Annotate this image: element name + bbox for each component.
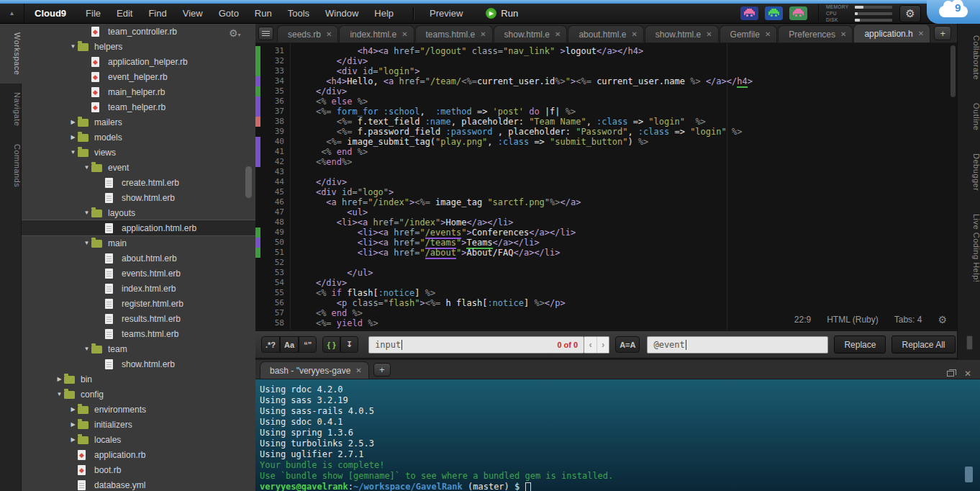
case-sensitive-button[interactable]: Aa	[280, 336, 299, 353]
tree-item-boot-rb[interactable]: boot.rb	[22, 462, 255, 477]
replace-all-button[interactable]: Replace All	[891, 335, 955, 353]
tree-item-application-html-erb[interactable]: application.html.erb	[22, 220, 255, 235]
tab-Gemfile[interactable]: Gemfile✕	[720, 25, 778, 42]
code-line[interactable]: 52	[255, 258, 753, 268]
code-line[interactable]: 51 <li><a href="/about">About/FAQ</a></l…	[255, 248, 753, 258]
code-line[interactable]: 40 <%= image_submit_tag("play.png", :cla…	[255, 137, 753, 147]
tab-show-html-e[interactable]: show.html.e✕	[494, 25, 568, 42]
tree-item-show-html-erb[interactable]: show.html.erb	[22, 356, 255, 371]
replace-input[interactable]: @event	[647, 336, 828, 353]
chevron-right-icon[interactable]: ▶	[55, 376, 64, 382]
tree-item-database-yml[interactable]: database.yml	[22, 477, 255, 491]
rail-item-commands[interactable]: Commands	[0, 135, 22, 196]
code-line[interactable]: 38 <%= f.text_field :name, placeholder: …	[255, 117, 753, 127]
close-icon[interactable]: ✕	[706, 30, 712, 38]
tree-item-register-html-erb[interactable]: register.html.erb	[22, 296, 255, 311]
close-icon[interactable]: ✕	[326, 30, 332, 38]
rail-item-outline[interactable]: Outline	[958, 91, 980, 142]
close-icon[interactable]: ✕	[765, 30, 771, 38]
cloud9-logo[interactable]: 9	[927, 0, 980, 24]
code-line[interactable]: 53 </ul>	[255, 268, 753, 278]
tree-item-application-helper-rb[interactable]: application_helper.rb	[22, 54, 255, 69]
cursor-position[interactable]: 22:9	[794, 315, 811, 325]
code-editor[interactable]: 31 <h4><a href="/logout" class="nav_link…	[255, 43, 957, 330]
tree-scrollbar[interactable]	[245, 166, 252, 198]
chevron-down-icon[interactable]: ▼	[55, 391, 64, 397]
menu-run[interactable]: Run	[247, 8, 280, 19]
close-icon[interactable]: ✕	[918, 30, 924, 37]
close-icon[interactable]: ✕	[401, 30, 407, 38]
replace-button[interactable]: Replace	[834, 335, 886, 353]
menu-file[interactable]: File	[78, 8, 109, 19]
menu-view[interactable]: View	[175, 8, 211, 19]
tree-item-helpers[interactable]: ▼helpers	[22, 39, 255, 54]
tree-item-show-html-erb[interactable]: show.html.erb	[22, 190, 255, 205]
tree-item-views[interactable]: ▼views	[22, 145, 255, 160]
menu-edit[interactable]: Edit	[109, 8, 140, 19]
tree-item-team[interactable]: ▼team	[22, 341, 255, 356]
rail-item-workspace[interactable]: Workspace	[0, 24, 22, 84]
chevron-down-icon[interactable]: ▼	[82, 240, 91, 246]
tree-item-events-html-erb[interactable]: events.html.erb	[22, 266, 255, 281]
tree-item-teams-html-erb[interactable]: teams.html.erb	[22, 326, 255, 341]
chevron-down-icon[interactable]: ▼	[82, 346, 91, 352]
invader-icon-1[interactable]	[740, 6, 758, 20]
tree-item-locales[interactable]: ▶locales	[22, 432, 255, 447]
tree-item-models[interactable]: ▶models	[22, 130, 255, 145]
chevron-down-icon[interactable]: ▼	[68, 149, 78, 156]
chevron-right-icon[interactable]: ▶	[68, 119, 78, 125]
menu-tools[interactable]: Tools	[280, 8, 317, 19]
rail-item-collaborate[interactable]: Collaborate	[958, 24, 980, 91]
rail-item-live-coding-help-[interactable]: Live Coding Help!	[958, 202, 980, 294]
editor-scrollbar[interactable]	[950, 45, 956, 97]
tree-item-main-helper-rb[interactable]: main_helper.rb	[22, 84, 255, 99]
terminal-scrollbar[interactable]	[965, 467, 973, 482]
tab-Preferences[interactable]: Preferences✕	[778, 25, 853, 42]
code-line[interactable]: 35 </div>	[255, 86, 753, 96]
menu-window[interactable]: Window	[317, 8, 366, 19]
find-previous-button[interactable]: ‹	[584, 337, 596, 353]
close-icon[interactable]: ✕	[480, 30, 486, 38]
cloud9-brand[interactable]: Cloud9	[24, 8, 78, 19]
code-line[interactable]: 55 <% if flash[:notice] %>	[255, 288, 753, 298]
code-line[interactable]: 45 <div id="logo">	[255, 187, 753, 197]
new-terminal-button[interactable]: +	[373, 363, 391, 377]
code-line[interactable]: 56 <p class="flash"><%= h flash[:notice]…	[255, 298, 753, 308]
maximize-icon[interactable]	[947, 371, 954, 377]
menu-help[interactable]: Help	[366, 8, 401, 19]
tree-item-index-html-erb[interactable]: index.html.erb	[22, 281, 255, 296]
tree-item-event[interactable]: ▼event	[22, 160, 255, 175]
regex-toggle-button[interactable]: .*?	[261, 336, 280, 353]
panel-resize-handle[interactable]	[966, 335, 973, 350]
code-line[interactable]: 43	[255, 167, 753, 177]
code-line[interactable]: 36 <% else %>	[255, 96, 753, 107]
tab-about-html-e[interactable]: about.html.e✕	[568, 25, 643, 42]
menu-find[interactable]: Find	[140, 8, 174, 19]
code-line[interactable]: 49 <li><a href="/events">Conferences</a>…	[255, 228, 753, 238]
code-line[interactable]: 32 </div>	[255, 56, 753, 66]
code-line[interactable]: 34 <h4>Hello, <a href="/team/<%=current_…	[255, 76, 753, 86]
chevron-right-icon[interactable]: ▶	[68, 421, 78, 428]
tree-item-environments[interactable]: ▶environments	[22, 402, 255, 417]
tab-show-html-e[interactable]: show.html.e✕	[645, 25, 719, 42]
chevron-down-icon[interactable]: ▼	[82, 164, 91, 171]
tree-item-team-controller-rb[interactable]: team_controller.rb	[22, 24, 255, 39]
search-input[interactable]: input 0 of 0	[368, 336, 584, 353]
close-panel-icon[interactable]: ✕	[964, 369, 971, 379]
search-in-selection-button[interactable]: { }	[322, 336, 340, 353]
tree-item-bin[interactable]: ▶bin	[22, 371, 255, 387]
tab-application-h[interactable]: application.h✕	[853, 24, 930, 42]
code-line[interactable]: 42 <%end%>	[255, 157, 753, 167]
run-button[interactable]: ▶ Run	[476, 8, 528, 19]
chevron-down-icon[interactable]: ▼	[82, 210, 91, 216]
chevron-right-icon[interactable]: ▶	[68, 436, 78, 443]
tree-item-about-html-erb[interactable]: about.html.erb	[22, 251, 255, 266]
menu-collapse-button[interactable]: ▲	[0, 4, 24, 23]
tree-item-initializers[interactable]: ▶initializers	[22, 417, 255, 432]
invader-icon-2[interactable]	[765, 6, 783, 20]
status-gear-icon[interactable]: ⚙	[938, 314, 947, 325]
find-next-button[interactable]: ›	[596, 337, 609, 353]
code-line[interactable]: 37 <%= form_for :school, :method => 'pos…	[255, 107, 753, 117]
close-icon[interactable]: ✕	[355, 366, 361, 374]
close-icon[interactable]: ✕	[840, 30, 846, 38]
